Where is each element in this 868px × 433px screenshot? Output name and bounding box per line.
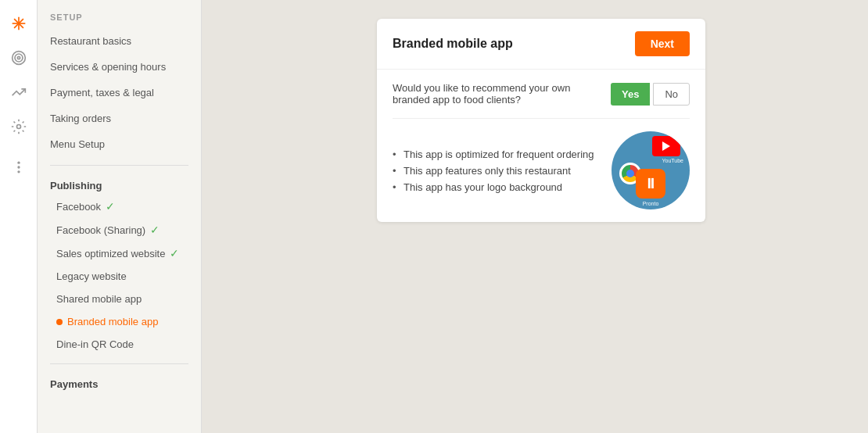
pronto-label: Pronto — [643, 201, 659, 206]
gear-nav-icon[interactable] — [5, 113, 33, 141]
facebook-check-icon: ✓ — [106, 200, 115, 213]
card-title: Branded mobile app — [393, 37, 513, 51]
recommend-row: Would you like to recommend your own bra… — [393, 82, 690, 119]
svg-point-9 — [17, 166, 20, 168]
yes-no-group: Yes No — [611, 83, 690, 106]
svg-point-5 — [15, 54, 23, 62]
recommend-question: Would you like to recommend your own bra… — [393, 82, 598, 106]
youtube-label: YouTube — [662, 158, 683, 163]
branded-mobile-dot-icon — [56, 319, 63, 325]
svg-point-6 — [17, 56, 20, 59]
card-header: Branded mobile app Next — [377, 19, 705, 70]
card-body: Would you like to recommend your own bra… — [377, 70, 705, 222]
target-nav-icon[interactable] — [5, 44, 33, 72]
nav-sub-item-shared-mobile[interactable]: Shared mobile app — [38, 288, 201, 310]
icon-sidebar — [0, 0, 38, 433]
nav-sub-item-facebook-sharing[interactable]: Facebook (Sharing) ✓ — [38, 218, 201, 242]
dine-in-qr-label: Dine-in QR Code — [56, 338, 134, 350]
setup-section-title: SETUP — [38, 13, 201, 28]
nav-sub-item-dine-in-qr[interactable]: Dine-in QR Code — [38, 333, 201, 356]
payments-section-title: Payments — [38, 372, 201, 393]
nav-item-taking-orders[interactable]: Taking orders — [38, 106, 201, 131]
phone-mockup-circle: YouTube ⏸ Pronto — [612, 131, 690, 209]
nav-item-restaurant-basics[interactable]: Restaurant basics — [38, 28, 201, 54]
nav-item-menu-setup[interactable]: Menu Setup — [38, 131, 201, 157]
facebook-label: Facebook — [56, 201, 101, 213]
nav-sub-item-facebook[interactable]: Facebook ✓ — [38, 195, 201, 218]
sales-website-check-icon: ✓ — [170, 247, 179, 259]
nav-item-services-opening-hours[interactable]: Services & opening hours — [38, 54, 201, 80]
pronto-icon: ⏸ — [636, 169, 665, 199]
nav-divider-1 — [50, 165, 188, 166]
more-nav-icon[interactable] — [5, 153, 33, 181]
feature-item-1: This app is optimized for frequent order… — [393, 146, 596, 163]
shared-mobile-label: Shared mobile app — [56, 293, 142, 305]
svg-point-7 — [16, 125, 20, 129]
publishing-section-title: Publishing — [38, 174, 201, 195]
feature-item-2: This app features only this restaurant — [393, 163, 596, 179]
nav-sub-item-sales-website[interactable]: Sales optimized website ✓ — [38, 242, 201, 265]
nav-item-payment-taxes[interactable]: Payment, taxes & legal — [38, 80, 201, 106]
features-row: This app is optimized for frequent order… — [393, 131, 690, 209]
sales-website-label: Sales optimized website — [56, 248, 165, 259]
nav-sub-item-legacy-website[interactable]: Legacy website — [38, 265, 201, 288]
branded-mobile-app-card: Branded mobile app Next Would you like t… — [377, 19, 705, 222]
snowflake-nav-icon[interactable] — [5, 9, 33, 38]
chrome-inner-icon — [626, 170, 634, 177]
svg-point-10 — [17, 170, 20, 173]
svg-point-8 — [17, 162, 20, 164]
next-button[interactable]: Next — [635, 31, 690, 56]
facebook-sharing-label: Facebook (Sharing) — [56, 224, 145, 236]
feature-item-3: This app has your logo background — [393, 179, 596, 195]
features-list: This app is optimized for frequent order… — [393, 146, 596, 195]
facebook-sharing-check-icon: ✓ — [150, 224, 160, 236]
youtube-icon — [652, 136, 680, 156]
chart-nav-icon[interactable] — [5, 78, 33, 106]
main-content: Branded mobile app Next Would you like t… — [202, 0, 868, 433]
legacy-website-label: Legacy website — [56, 270, 127, 282]
no-button[interactable]: No — [653, 83, 690, 106]
nav-sidebar: SETUP Restaurant basics Services & openi… — [38, 0, 202, 433]
yes-button[interactable]: Yes — [611, 83, 650, 106]
nav-sub-item-branded-mobile[interactable]: Branded mobile app — [38, 310, 201, 333]
branded-mobile-label: Branded mobile app — [67, 316, 158, 327]
nav-divider-2 — [50, 363, 188, 364]
